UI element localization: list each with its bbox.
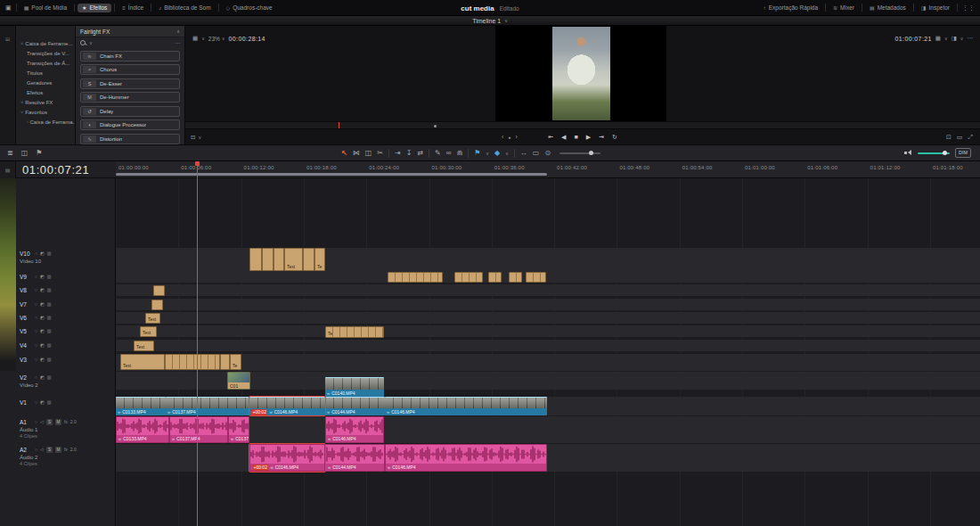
- fx-item-distortion[interactable]: ∿Distortion: [80, 134, 180, 144]
- title-clip[interactable]: Text: [145, 313, 160, 324]
- overwrite-clip-tool[interactable]: ↧: [406, 150, 412, 157]
- collapse-icon[interactable]: ∧: [176, 29, 180, 34]
- auto-select-icon[interactable]: ◩: [40, 274, 45, 279]
- tab-pool-de-midia[interactable]: ▦Pool de Mídia: [20, 4, 71, 12]
- speaker-icon[interactable]: [904, 149, 912, 157]
- more-options-icon[interactable]: ⋯: [968, 35, 974, 42]
- timeline-options-icon[interactable]: ▤: [0, 161, 16, 178]
- enable-track-icon[interactable]: ▥: [47, 301, 52, 307]
- title-clip[interactable]: [274, 248, 284, 271]
- workspace-grid-icon[interactable]: ⋮⋮: [960, 4, 976, 12]
- flag-tool[interactable]: ⚑: [474, 150, 480, 157]
- fx-item-delay[interactable]: ↺Delay: [80, 106, 180, 117]
- tree-item-titulos[interactable]: Títulos: [16, 68, 75, 78]
- mute-button[interactable]: M: [55, 419, 61, 425]
- collapse-panel-icon[interactable]: ⊟: [5, 37, 10, 42]
- track-header-v4[interactable]: V4○◩▥: [16, 340, 116, 351]
- go-to-end-button[interactable]: ⇥: [599, 134, 604, 141]
- track-header-v3[interactable]: V3○◩▥: [16, 354, 116, 371]
- effects-panel-header[interactable]: Fairlight FX ∧: [76, 26, 184, 37]
- enable-track-icon[interactable]: ▥: [47, 374, 52, 380]
- timeline-ruler[interactable]: 01:00:00:0001:00:06:0001:00:12:0001:00:1…: [116, 161, 980, 178]
- lock-icon[interactable]: ○: [35, 342, 37, 348]
- chevron-down-icon[interactable]: ∨: [89, 40, 93, 45]
- viewer-scrub-bar[interactable]: [185, 121, 980, 129]
- viewer-display-icon[interactable]: ⊡: [191, 134, 195, 141]
- track-header-v9[interactable]: V9○◩▥: [16, 271, 116, 283]
- gang-viewers-icon[interactable]: ▦: [935, 35, 941, 42]
- timeline-view-options-icon[interactable]: ≣: [7, 150, 13, 157]
- title-clip[interactable]: [303, 248, 314, 271]
- video-clip[interactable]: ∞C0133.MP4: [116, 397, 166, 415]
- cinema-mode-icon[interactable]: ▭: [957, 134, 963, 141]
- mute-button[interactable]: M: [55, 447, 61, 453]
- tab-efeitos[interactable]: ★Efeitos: [78, 4, 111, 12]
- viewer-playhead[interactable]: [339, 122, 339, 128]
- lock-icon[interactable]: ○: [35, 287, 37, 292]
- go-to-start-button[interactable]: ⇤: [548, 134, 553, 141]
- tab-biblioteca-de-som[interactable]: ♪Biblioteca de Som: [154, 4, 215, 12]
- auto-select-icon[interactable]: ◩: [40, 287, 45, 292]
- track-header-v1[interactable]: V1○◩▥: [16, 397, 116, 415]
- tab-inspetor[interactable]: ◨Inspetor: [917, 4, 954, 12]
- fx-item-chain-fx[interactable]: ∞Chain FX: [80, 51, 180, 62]
- title-clip[interactable]: [249, 248, 262, 271]
- auto-select-icon[interactable]: ◩: [40, 301, 45, 307]
- volume-slider-knob[interactable]: [943, 151, 947, 155]
- audio-clip[interactable]: ∞C0137.MP4: [228, 416, 249, 443]
- more-options-icon[interactable]: ⋯: [175, 39, 180, 45]
- track-header-v2[interactable]: V2○◩▥Vídeo 2: [16, 372, 116, 390]
- video-clip[interactable]: ∞C0146.MP4: [385, 397, 547, 415]
- zoom-range-indicator[interactable]: [116, 173, 547, 176]
- previous-clip-icon[interactable]: ‹: [502, 134, 503, 140]
- zoom-slider[interactable]: [559, 152, 600, 154]
- title-clip[interactable]: [488, 272, 502, 283]
- search-icon[interactable]: [80, 40, 86, 45]
- enable-track-icon[interactable]: ▥: [47, 274, 52, 279]
- auto-select-icon[interactable]: ◩: [40, 399, 45, 405]
- enable-track-icon[interactable]: ▥: [47, 357, 52, 362]
- enable-track-icon[interactable]: ▥: [47, 399, 52, 405]
- lock-icon[interactable]: ○: [35, 315, 37, 320]
- fx-item-de-esser[interactable]: SDe-Esser: [80, 78, 180, 89]
- title-clip[interactable]: Te: [230, 354, 241, 370]
- audio-clip[interactable]: ∞C0137.MP4: [169, 416, 228, 443]
- flags-icon[interactable]: ⚑: [36, 150, 42, 157]
- match-frame-icon[interactable]: ⊡: [946, 134, 951, 141]
- title-clip[interactable]: Text: [140, 326, 157, 337]
- tab-metadados[interactable]: ▤Metadados: [865, 4, 911, 12]
- video-clip[interactable]: ∞C0144.MP4: [325, 397, 385, 415]
- title-clip[interactable]: [165, 354, 220, 370]
- audio-clip[interactable]: ∞C0146.MP4: [325, 416, 384, 443]
- title-clip[interactable]: [262, 248, 274, 271]
- lock-icon[interactable]: ○: [35, 357, 37, 362]
- fx-icon[interactable]: fx: [64, 447, 68, 452]
- auto-select-icon[interactable]: ◩: [40, 251, 45, 256]
- lock-icon[interactable]: ○: [35, 399, 37, 405]
- trim-edit-tool[interactable]: ⋈: [353, 150, 360, 157]
- track-header-v7[interactable]: V7○◩▥: [16, 299, 116, 310]
- snapping-tool[interactable]: ⋒: [456, 150, 462, 157]
- insert-clip-tool[interactable]: ⇥: [395, 150, 401, 157]
- video-clip[interactable]: +00:02∞C0146.MP4: [249, 397, 325, 415]
- pen-tool[interactable]: ✎: [435, 150, 441, 157]
- track-header-v6[interactable]: V6○◩▥: [16, 312, 116, 324]
- timeline-selector[interactable]: Timeline 1 ∨: [0, 16, 980, 26]
- audio-clip[interactable]: ∞C0133.MP4: [116, 416, 169, 443]
- enable-track-icon[interactable]: ▥: [47, 328, 52, 333]
- marker-tool[interactable]: ◆: [494, 150, 500, 157]
- viewer-mode-icon[interactable]: ◨: [951, 35, 957, 42]
- enable-track-icon[interactable]: ▥: [47, 342, 52, 348]
- video-clip[interactable]: ∞C0140.MP4: [325, 377, 384, 397]
- lock-icon[interactable]: ○: [35, 301, 37, 307]
- playhead[interactable]: [197, 161, 198, 526]
- fx-item-de-hummer[interactable]: MDe-Hummer: [80, 92, 180, 103]
- tab-indice[interactable]: ≡Índice: [118, 4, 148, 12]
- tab-exportacao-rapida[interactable]: ↑Exportação Rápida: [759, 4, 822, 12]
- next-clip-icon[interactable]: ›: [515, 134, 517, 140]
- dynamic-trim-tool[interactable]: ◫: [365, 150, 372, 157]
- viewer-options-icon[interactable]: ▦: [192, 35, 198, 42]
- play-reverse-button[interactable]: ◀: [561, 134, 566, 141]
- track-header-a2[interactable]: A2○◁SMfx2.0Áudio 24 Clipes: [16, 444, 116, 472]
- speaker-icon[interactable]: ◁: [40, 419, 44, 424]
